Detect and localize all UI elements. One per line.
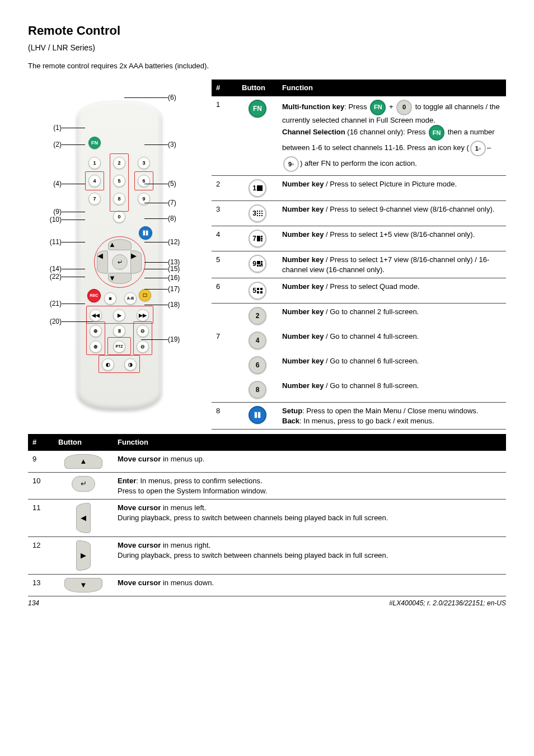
callout-(11): (11): [28, 237, 62, 246]
callout-(5): (5): [168, 179, 202, 188]
page-title: Remote Control: [28, 22, 506, 39]
callout-(8): (8): [168, 214, 202, 223]
row-fn: Number key / Press to select 9-channel v…: [278, 201, 506, 226]
row-num: 8: [212, 403, 237, 430]
row-fn: Number key / Press to select 1+7 view (8…: [278, 251, 506, 278]
row-fn: Move cursor in menus right.During playba…: [113, 537, 506, 575]
callout-(4): (4): [28, 179, 62, 188]
callout-(7): (7): [168, 198, 202, 207]
row-btn: 5: [237, 278, 278, 304]
row-btn: ▶: [54, 537, 113, 575]
callout-(12): (12): [168, 237, 202, 246]
row-num: 13: [28, 575, 54, 596]
row-fn: Move cursor in menus left.During playbac…: [113, 500, 506, 537]
callout-(16): (16): [168, 273, 202, 282]
row-btn: FN: [237, 96, 278, 176]
intro-text: The remote control requires 2x AAA batte…: [28, 61, 506, 71]
row-fn: Move cursor in menus up.: [113, 451, 506, 473]
row-fn: Number key / Go to channel 6 full-screen…: [278, 353, 506, 377]
callout-(19): (19): [168, 335, 202, 344]
row-fn: Number key / Go to channel 2 full-screen…: [278, 304, 506, 329]
callout-(21): (21): [28, 299, 62, 308]
row-fn: Setup: Press to open the Main Menu / Clo…: [278, 403, 506, 430]
row-btn: 4: [237, 328, 278, 353]
row-btn: 8: [237, 377, 278, 403]
row-num: 3: [212, 201, 237, 226]
row-fn: Move cursor in menus down.: [113, 575, 506, 596]
doc-id: #LX400045; r. 2.0/22136/22151; en-US: [389, 599, 506, 608]
callout-(17): (17): [168, 284, 202, 293]
row-num: 7: [212, 328, 237, 353]
row-num: 4: [212, 226, 237, 251]
th-fn: Function: [278, 80, 506, 96]
callout-(6): (6): [168, 93, 202, 102]
row-btn: 6: [237, 353, 278, 377]
button-table-2: # Button Function 9▲Move cursor in menus…: [28, 434, 506, 596]
row-num: [212, 304, 237, 329]
row-num: 12: [28, 537, 54, 575]
row-fn: Enter: In menus, press to confirm select…: [113, 472, 506, 499]
row-num: 11: [28, 500, 54, 537]
row-btn: 9: [237, 251, 278, 278]
page-number: 134: [28, 599, 39, 608]
row-num: 5: [212, 251, 237, 278]
th-num-2: #: [28, 434, 54, 451]
row-num: [212, 377, 237, 403]
row-num: 9: [28, 451, 54, 473]
callout-(1): (1): [28, 123, 62, 132]
callout-(15): (15): [168, 264, 202, 273]
subtitle: (LHV / LNR Series): [28, 43, 506, 53]
row-btn: ▼: [54, 575, 113, 596]
remote-diagram: FN 1 2 3 4 5 6 7 8 9 0: [28, 80, 202, 427]
th-btn: Button: [237, 80, 278, 96]
row-btn: ◀: [54, 500, 113, 537]
callout-(20): (20): [28, 317, 62, 326]
row-fn: Multi-function key: Press FN + 0 to togg…: [278, 96, 506, 176]
row-fn: Number key / Press to select 1+5 view (8…: [278, 226, 506, 251]
row-fn: Number key / Press to select Quad mode.: [278, 278, 506, 304]
row-num: 10: [28, 472, 54, 499]
row-btn: 3: [237, 201, 278, 226]
th-num: #: [212, 80, 237, 96]
row-num: 2: [212, 176, 237, 201]
callout-(3): (3): [168, 140, 202, 149]
row-btn: [237, 403, 278, 430]
th-btn-2: Button: [54, 434, 113, 451]
row-num: [212, 353, 237, 377]
row-num: 1: [212, 96, 237, 176]
callout-(18): (18): [168, 300, 202, 309]
callout-(2): (2): [28, 140, 62, 149]
row-btn: ▲: [54, 451, 113, 473]
row-btn: ↵: [54, 472, 113, 499]
row-fn: Number key / Go to channel 4 full-screen…: [278, 328, 506, 353]
button-table-1: # Button Function 1FNMulti-function key:…: [212, 80, 506, 430]
callout-(22): (22): [28, 272, 62, 281]
row-fn: Number key / Go to channel 8 full-screen…: [278, 377, 506, 403]
th-fn-2: Function: [113, 434, 506, 451]
callout-(10): (10): [28, 215, 62, 224]
row-fn: Number key / Press to select Picture in …: [278, 176, 506, 201]
row-btn: 2: [237, 304, 278, 329]
row-btn: 7: [237, 226, 278, 251]
row-btn: 1: [237, 176, 278, 201]
row-num: 6: [212, 278, 237, 304]
